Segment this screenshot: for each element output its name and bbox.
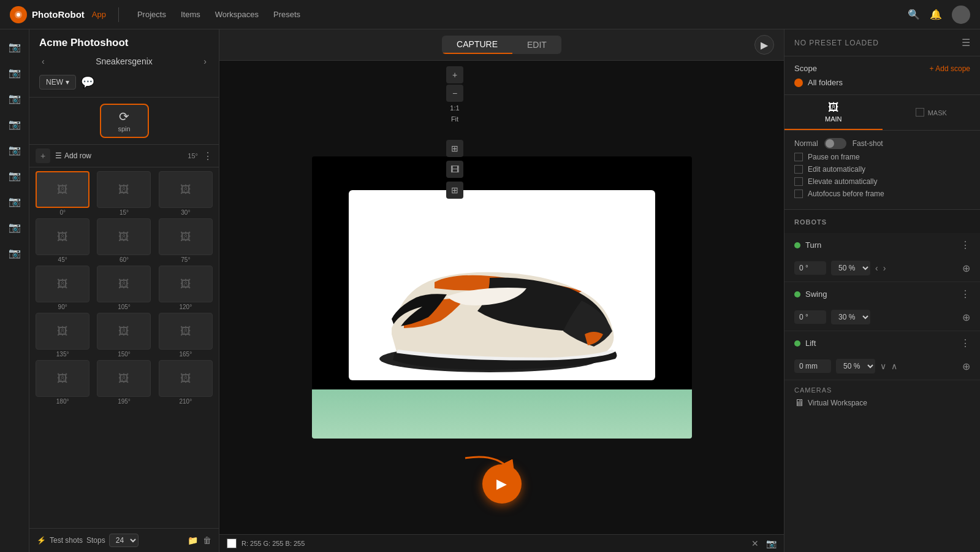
nav-projects[interactable]: Projects [131, 7, 172, 21]
lift-target-icon[interactable]: ⊕ [962, 361, 970, 372]
turn-degree-input[interactable] [794, 261, 826, 275]
frame-thumb-60[interactable]: 🖼 [97, 218, 151, 255]
frame-thumb-45[interactable]: 🖼 [36, 218, 89, 255]
avatar[interactable] [952, 6, 970, 24]
frame-cell-105[interactable]: 🖼 105° [94, 266, 153, 310]
crop-tool[interactable]: ⊞ [446, 140, 463, 157]
camera-icon-7[interactable]: 📷 [4, 190, 26, 212]
new-button[interactable]: NEW ▾ [39, 75, 76, 90]
filmstrip-tool[interactable]: 🎞 [446, 161, 463, 178]
pause-on-frame-checkbox[interactable] [794, 153, 803, 161]
lift-mm-input[interactable] [794, 359, 831, 373]
frame-thumb-0[interactable]: 🖼 [36, 171, 89, 208]
frame-thumb-180[interactable]: 🖼 [36, 360, 89, 397]
nav-presets[interactable]: Presets [267, 7, 306, 21]
nav-items-link[interactable]: Items [175, 7, 207, 21]
tab-edit[interactable]: EDIT [512, 36, 561, 54]
swing-target-icon[interactable]: ⊕ [962, 312, 970, 323]
play-button[interactable]: ▶ [754, 35, 774, 55]
radio-orange[interactable] [794, 79, 803, 87]
camera-icon-3[interactable]: 📷 [4, 87, 26, 109]
tab-capture[interactable]: CAPTURE [442, 36, 512, 54]
frame-cell-195[interactable]: 🖼 195° [94, 360, 153, 405]
folder-icon[interactable]: 📁 [188, 535, 198, 545]
logo[interactable]: PhotoRobot App [10, 6, 106, 23]
camera-icon-4[interactable]: 📷 [4, 113, 26, 135]
comment-button[interactable]: 💬 [81, 75, 94, 90]
notification-icon[interactable]: 🔔 [930, 9, 942, 20]
lift-up-arrow[interactable]: ∧ [891, 361, 897, 371]
zoom-in-button[interactable]: + [446, 66, 463, 83]
add-row-button[interactable]: ☰ Add row [55, 151, 91, 160]
turn-next-arrow[interactable]: › [883, 263, 886, 273]
prev-shoot-arrow[interactable]: ‹ [39, 54, 47, 69]
frame-cell-135[interactable]: 🖼 135° [33, 313, 92, 358]
camera-icon-5[interactable]: 📷 [4, 139, 26, 161]
lift-menu-icon[interactable]: ⋮ [960, 337, 970, 349]
turn-menu-icon[interactable]: ⋮ [960, 239, 970, 251]
frame-cell-75[interactable]: 🖼 75° [156, 218, 215, 263]
zoom-fit-label[interactable]: Fit [446, 114, 463, 124]
frame-thumb-75[interactable]: 🖼 [159, 218, 213, 255]
frame-cell-45[interactable]: 🖼 45° [33, 218, 92, 263]
frame-cell-30[interactable]: 🖼 30° [156, 171, 215, 216]
grid-tool[interactable]: ⊞ [446, 182, 463, 199]
virtual-workspace-button[interactable]: 🖥 Virtual Workspace [794, 397, 970, 408]
mask-checkbox[interactable] [916, 108, 924, 117]
add-icon[interactable]: + [36, 148, 50, 163]
elevate-automatically-checkbox[interactable] [794, 177, 803, 186]
lift-down-arrow[interactable]: ∨ [880, 361, 886, 371]
swing-degree-input[interactable] [794, 310, 826, 324]
frame-thumb-15[interactable]: 🖼 [97, 171, 151, 208]
frame-thumb-90[interactable]: 🖼 [36, 266, 89, 302]
tab-main[interactable]: 🖼 MAIN [784, 95, 883, 130]
nav-workspaces[interactable]: Workspaces [209, 7, 265, 21]
stops-select[interactable]: 24 [109, 534, 139, 547]
next-shoot-arrow[interactable]: › [201, 54, 209, 69]
camera-icon-2[interactable]: 📷 [4, 61, 26, 83]
camera-status-icon[interactable]: 📷 [766, 539, 777, 548]
frame-label-150: 150° [118, 351, 131, 358]
lift-percent-select[interactable]: 50 % [836, 359, 875, 374]
capture-play-button[interactable]: ▶ [482, 464, 522, 504]
zoom-out-button[interactable]: − [446, 85, 463, 102]
frame-cell-150[interactable]: 🖼 150° [94, 313, 153, 358]
frame-cell-60[interactable]: 🖼 60° [94, 218, 153, 263]
frame-cell-180[interactable]: 🖼 180° [33, 360, 92, 405]
frame-cell-90[interactable]: 🖼 90° [33, 266, 92, 310]
turn-prev-arrow[interactable]: ‹ [875, 263, 878, 273]
frame-cell-15[interactable]: 🖼 15° [94, 171, 153, 216]
frame-thumb-105[interactable]: 🖼 [97, 266, 151, 302]
close-status-icon[interactable]: ✕ [751, 539, 759, 548]
search-icon[interactable]: 🔍 [908, 9, 920, 20]
frame-cell-0[interactable]: 🖼 0° [33, 171, 92, 216]
autofocus-before-frame-checkbox[interactable] [794, 190, 803, 198]
swing-percent-select[interactable]: 30 % [831, 310, 870, 324]
frame-thumb-210[interactable]: 🖼 [159, 360, 213, 397]
frame-cell-165[interactable]: 🖼 165° [156, 313, 215, 358]
spin-button[interactable]: ⟳ spin [100, 104, 149, 138]
swing-menu-icon[interactable]: ⋮ [960, 288, 970, 300]
preset-menu-icon[interactable]: ☰ [962, 37, 970, 48]
turn-percent-select[interactable]: 50 % [831, 261, 870, 275]
frame-cell-210[interactable]: 🖼 210° [156, 360, 215, 405]
frame-thumb-30[interactable]: 🖼 [159, 171, 213, 208]
grid-menu-icon[interactable]: ⋮ [203, 150, 213, 162]
camera-icon-1[interactable]: 📷 [4, 36, 26, 58]
camera-icon-9[interactable]: 📷 [4, 242, 26, 264]
frame-thumb-120[interactable]: 🖼 [159, 266, 213, 302]
frame-label-15: 15° [120, 209, 129, 216]
camera-icon-6[interactable]: 📷 [4, 164, 26, 186]
frame-cell-120[interactable]: 🖼 120° [156, 266, 215, 310]
add-scope-button[interactable]: + Add scope [930, 64, 970, 73]
camera-icon-8[interactable]: 📷 [4, 216, 26, 238]
frame-thumb-165[interactable]: 🖼 [159, 313, 213, 350]
trash-icon[interactable]: 🗑 [203, 535, 211, 545]
normal-fastshot-toggle[interactable] [824, 138, 846, 149]
turn-target-icon[interactable]: ⊕ [962, 263, 970, 274]
frame-thumb-135[interactable]: 🖼 [36, 313, 89, 350]
edit-automatically-checkbox[interactable] [794, 165, 803, 174]
frame-thumb-195[interactable]: 🖼 [97, 360, 151, 397]
frame-thumb-150[interactable]: 🖼 [97, 313, 151, 350]
tab-mask[interactable]: MASK [883, 95, 981, 130]
